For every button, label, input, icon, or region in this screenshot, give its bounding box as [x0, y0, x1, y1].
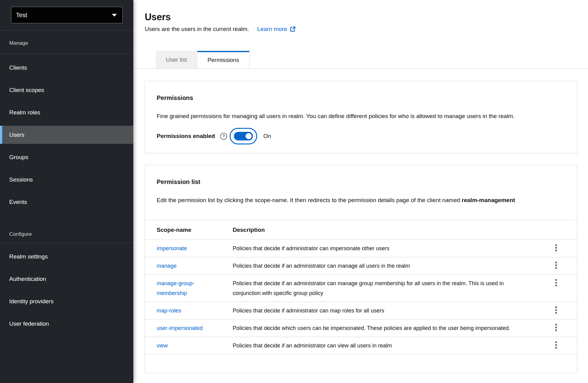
kebab-menu-icon [555, 264, 557, 266]
permissions-enabled-toggle[interactable] [230, 128, 257, 144]
permissions-card: Permissions Fine grained permissions for… [145, 81, 577, 153]
sidebar-nav: Manage Clients Client scopes Realm roles… [0, 30, 133, 333]
permission-list-description: Edit the permission list by clicking the… [157, 195, 520, 206]
sidebar-item-sessions[interactable]: Sessions [0, 170, 133, 189]
scope-link-user-impersonated[interactable]: user-impersonated [157, 325, 203, 331]
realm-selector-dropdown[interactable]: Test [11, 7, 123, 23]
scope-link-map-roles[interactable]: map-roles [157, 308, 181, 314]
scope-description: Policies that decide if an administrator… [233, 341, 535, 350]
table-row: manage-group-membership Policies that de… [145, 275, 577, 302]
kebab-menu-button[interactable] [549, 277, 563, 288]
kebab-menu-icon [555, 327, 557, 328]
tab-permissions[interactable]: Permissions [197, 51, 250, 68]
permission-list-card: Permission list Edit the permission list… [145, 165, 577, 373]
kebab-menu-button[interactable] [549, 339, 563, 350]
sidebar-item-authentication[interactable]: Authentication [0, 270, 133, 288]
column-header-description: Description [233, 220, 539, 240]
table-row: manage Policies that decide if an admini… [145, 257, 577, 275]
toggle-state-label: On [263, 133, 271, 140]
sidebar-item-events[interactable]: Events [0, 193, 133, 211]
permissions-enabled-label: Permissions enabled [157, 133, 215, 140]
tab-bar: User list Permissions [133, 51, 588, 69]
kebab-menu-icon [555, 344, 557, 346]
table-row: map-roles Policies that decide if admini… [145, 302, 577, 320]
scope-link-manage-group-membership[interactable]: manage-group-membership [157, 280, 194, 296]
nav-section-manage: Manage Clients Client scopes Realm roles… [0, 31, 133, 211]
sidebar-item-user-federation[interactable]: User federation [0, 315, 133, 333]
permissions-enabled-row: Permissions enabled On [157, 128, 565, 144]
nav-section-configure: Configure Realm settings Authentication … [0, 226, 133, 333]
realm-selector-value: Test [16, 12, 27, 19]
sidebar-item-client-scopes[interactable]: Client scopes [0, 81, 133, 99]
scope-description: Policies that decide if administrator ca… [233, 306, 535, 316]
scope-description: Policies that decide if administrator ca… [233, 243, 535, 253]
column-header-scope-name: Scope-name [145, 220, 233, 240]
learn-more-label: Learn more [257, 25, 287, 33]
kebab-menu-button[interactable] [549, 304, 563, 316]
permission-list-title: Permission list [157, 178, 565, 186]
scope-description: Policies that decide if an administrator… [233, 261, 535, 271]
kebab-menu-button[interactable] [549, 260, 563, 271]
kebab-menu-button[interactable] [549, 242, 563, 253]
sidebar-item-realm-roles[interactable]: Realm roles [0, 103, 133, 121]
scope-link-view[interactable]: view [157, 343, 168, 349]
table-header-row: Scope-name Description [145, 220, 577, 240]
external-link-icon [290, 26, 296, 32]
page-title: Users [145, 11, 577, 23]
column-header-actions [539, 220, 577, 240]
learn-more-link[interactable]: Learn more [257, 25, 296, 33]
sidebar-item-groups[interactable]: Groups [0, 148, 133, 166]
help-icon[interactable] [220, 133, 227, 140]
toggle-knob [246, 133, 252, 139]
kebab-menu-icon [555, 309, 557, 311]
scope-description: Policies that decide which users can be … [233, 323, 535, 333]
table-row: view Policies that decide if an administ… [145, 337, 577, 354]
permissions-card-title: Permissions [157, 94, 565, 101]
permissions-card-description: Fine grained permissions for managing al… [157, 111, 520, 122]
table-row: impersonate Policies that decide if admi… [145, 240, 577, 257]
sidebar: Test Manage Clients Client scopes Realm … [0, 0, 133, 383]
nav-section-title-configure: Configure [0, 226, 133, 243]
main-content: Users Users are the users in the current… [133, 0, 588, 383]
sidebar-item-identity-providers[interactable]: Identity providers [0, 292, 133, 310]
scope-link-impersonate[interactable]: impersonate [157, 245, 187, 251]
kebab-menu-icon [555, 247, 557, 249]
tab-user-list[interactable]: User list [156, 51, 197, 68]
app-window: Test Manage Clients Client scopes Realm … [0, 0, 588, 383]
sidebar-item-clients[interactable]: Clients [0, 59, 133, 77]
table-row: user-impersonated Policies that decide w… [145, 320, 577, 337]
page-subtitle: Users are the users in the current realm… [145, 25, 249, 33]
permission-table: Scope-name Description impersonate Polic… [145, 220, 577, 354]
chevron-down-icon [112, 14, 117, 17]
toggle-track [234, 132, 253, 140]
scope-link-manage[interactable]: manage [157, 263, 177, 269]
nav-section-title-manage: Manage [0, 31, 133, 54]
kebab-menu-icon [555, 282, 557, 284]
kebab-menu-button[interactable] [549, 322, 563, 333]
sidebar-item-realm-settings[interactable]: Realm settings [0, 247, 133, 266]
client-name-bold: realm-management [462, 197, 515, 203]
sidebar-item-users[interactable]: Users [0, 126, 133, 144]
scope-description: Policies that decide if an administrator… [233, 278, 535, 298]
